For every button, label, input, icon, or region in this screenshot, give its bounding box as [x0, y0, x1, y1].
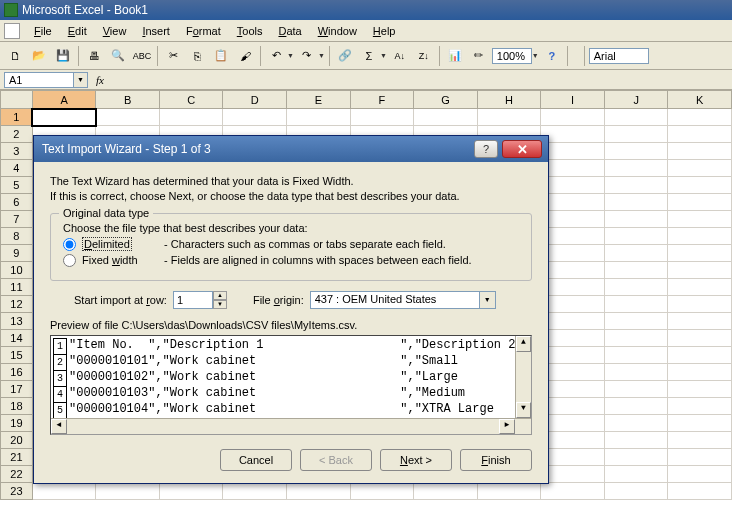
- cell[interactable]: [541, 330, 605, 347]
- file-origin-dropdown[interactable]: 437 : OEM United States ▼: [310, 291, 496, 309]
- cell[interactable]: [668, 449, 732, 466]
- preview-hscrollbar[interactable]: ◄ ►: [51, 418, 531, 434]
- column-header[interactable]: A: [32, 91, 96, 109]
- row-header[interactable]: 5: [1, 177, 33, 194]
- cell[interactable]: [541, 143, 605, 160]
- spinner-up-icon[interactable]: ▲: [213, 291, 227, 300]
- column-header[interactable]: J: [604, 91, 668, 109]
- cell[interactable]: [668, 143, 732, 160]
- next-button[interactable]: Next >: [380, 449, 452, 471]
- row-header[interactable]: 11: [1, 279, 33, 296]
- spellcheck-icon[interactable]: ABC: [131, 45, 153, 67]
- cell[interactable]: [668, 279, 732, 296]
- autosum-icon[interactable]: Σ: [358, 45, 380, 67]
- column-header[interactable]: G: [414, 91, 478, 109]
- row-header[interactable]: 6: [1, 194, 33, 211]
- cell[interactable]: [604, 262, 668, 279]
- cell[interactable]: [541, 449, 605, 466]
- cell[interactable]: [541, 160, 605, 177]
- cell[interactable]: [604, 432, 668, 449]
- cell[interactable]: [32, 483, 96, 500]
- undo-dropdown[interactable]: ▼: [287, 52, 294, 59]
- menu-view[interactable]: View: [95, 23, 135, 39]
- cell[interactable]: [541, 466, 605, 483]
- cell[interactable]: [604, 211, 668, 228]
- menu-window[interactable]: Window: [310, 23, 365, 39]
- font-combo[interactable]: Arial: [589, 48, 649, 64]
- name-box[interactable]: A1: [4, 72, 74, 88]
- row-header[interactable]: 16: [1, 364, 33, 381]
- scroll-down-icon[interactable]: ▼: [516, 402, 531, 418]
- row-header[interactable]: 7: [1, 211, 33, 228]
- cell[interactable]: [541, 296, 605, 313]
- cell[interactable]: [159, 109, 223, 126]
- cell[interactable]: [604, 296, 668, 313]
- scroll-left-icon[interactable]: ◄: [51, 419, 67, 434]
- row-header[interactable]: 13: [1, 313, 33, 330]
- sort-desc-icon[interactable]: Z↓: [413, 45, 435, 67]
- cell[interactable]: [541, 109, 605, 126]
- dialog-titlebar[interactable]: Text Import Wizard - Step 1 of 3 ? ✕: [34, 136, 548, 162]
- print-icon[interactable]: 🖶: [83, 45, 105, 67]
- column-header[interactable]: D: [223, 91, 287, 109]
- cell[interactable]: [668, 330, 732, 347]
- cell[interactable]: [604, 449, 668, 466]
- cell[interactable]: [541, 279, 605, 296]
- cell[interactable]: [668, 160, 732, 177]
- cell[interactable]: [604, 313, 668, 330]
- cut-icon[interactable]: ✂: [162, 45, 184, 67]
- column-header[interactable]: E: [287, 91, 351, 109]
- cell[interactable]: [541, 432, 605, 449]
- row-header[interactable]: 23: [1, 483, 33, 500]
- undo-icon[interactable]: ↶: [265, 45, 287, 67]
- menu-file[interactable]: File: [26, 23, 60, 39]
- new-icon[interactable]: 🗋: [4, 45, 26, 67]
- open-icon[interactable]: 📂: [28, 45, 50, 67]
- cell[interactable]: [604, 126, 668, 143]
- cell[interactable]: [477, 109, 541, 126]
- cell[interactable]: [541, 126, 605, 143]
- cell[interactable]: [604, 466, 668, 483]
- redo-dropdown[interactable]: ▼: [318, 52, 325, 59]
- cell[interactable]: [414, 483, 478, 500]
- cell[interactable]: [96, 109, 160, 126]
- cell[interactable]: [604, 347, 668, 364]
- cell[interactable]: [223, 483, 287, 500]
- cell[interactable]: [668, 126, 732, 143]
- cell[interactable]: [604, 415, 668, 432]
- column-header[interactable]: H: [477, 91, 541, 109]
- cell[interactable]: [32, 109, 96, 126]
- row-header[interactable]: 3: [1, 143, 33, 160]
- row-header[interactable]: 18: [1, 398, 33, 415]
- cell[interactable]: [668, 109, 732, 126]
- cell[interactable]: [541, 177, 605, 194]
- cell[interactable]: [668, 466, 732, 483]
- format-painter-icon[interactable]: 🖌: [234, 45, 256, 67]
- row-header[interactable]: 1: [1, 109, 33, 126]
- finish-button[interactable]: Finish: [460, 449, 532, 471]
- start-row-spinner[interactable]: ▲ ▼: [173, 291, 227, 309]
- row-header[interactable]: 2: [1, 126, 33, 143]
- row-header[interactable]: 4: [1, 160, 33, 177]
- cell[interactable]: [668, 415, 732, 432]
- cell[interactable]: [159, 483, 223, 500]
- print-preview-icon[interactable]: 🔍: [107, 45, 129, 67]
- row-header[interactable]: 14: [1, 330, 33, 347]
- menu-data[interactable]: Data: [270, 23, 309, 39]
- delimited-radio[interactable]: [63, 238, 76, 251]
- dialog-help-button[interactable]: ?: [474, 140, 498, 158]
- fx-icon[interactable]: fx: [96, 74, 104, 86]
- name-box-dropdown[interactable]: ▼: [74, 72, 88, 88]
- scroll-up-icon[interactable]: ▲: [516, 336, 531, 352]
- spinner-down-icon[interactable]: ▼: [213, 300, 227, 309]
- cell[interactable]: [414, 109, 478, 126]
- autosum-dropdown[interactable]: ▼: [380, 52, 387, 59]
- cell[interactable]: [350, 483, 414, 500]
- cell[interactable]: [604, 483, 668, 500]
- drawing-icon[interactable]: ✏: [468, 45, 490, 67]
- cell[interactable]: [223, 109, 287, 126]
- redo-icon[interactable]: ↷: [296, 45, 318, 67]
- cell[interactable]: [604, 194, 668, 211]
- cell[interactable]: [604, 364, 668, 381]
- row-header[interactable]: 19: [1, 415, 33, 432]
